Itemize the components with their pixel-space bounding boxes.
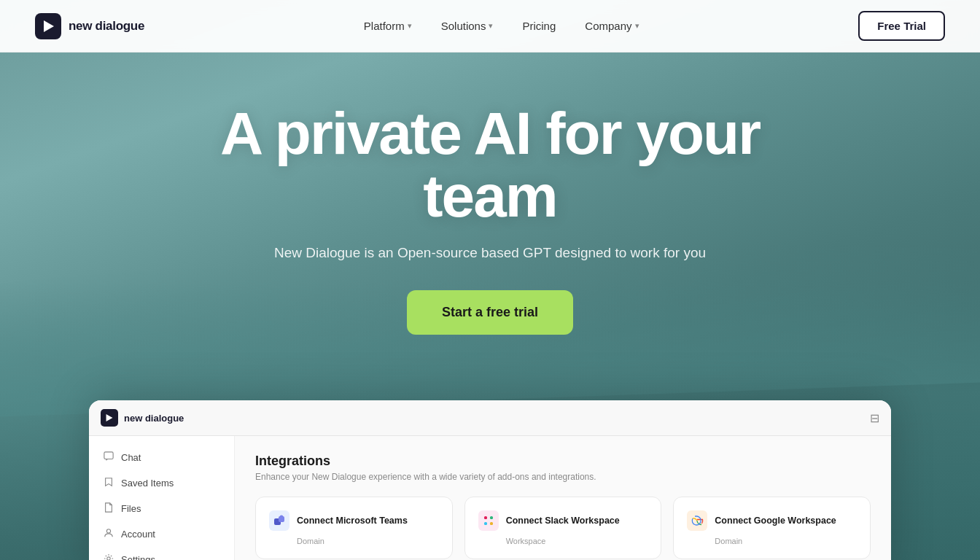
app-mockup: new dialogue ⊟ Chat Saved Items <box>89 400 891 560</box>
nav-company[interactable]: Company ▾ <box>573 14 650 38</box>
svg-rect-2 <box>104 452 113 459</box>
integrations-heading: Integrations <box>255 454 871 469</box>
sidebar-item-account[interactable]: Account <box>89 521 234 547</box>
logo[interactable]: new dialogue <box>35 13 144 39</box>
mockup-titlebar: new dialogue ⊟ <box>89 400 891 436</box>
integration-cards-grid: Connect Microsoft Teams Domain <box>255 497 871 559</box>
logo-text: new dialogue <box>69 19 144 34</box>
free-trial-button[interactable]: Free Trial <box>858 11 945 41</box>
mockup-logo-icon <box>101 409 118 427</box>
slack-card-title: Connect Slack Workspace <box>506 516 620 526</box>
logo-icon <box>35 13 61 39</box>
sidebar-item-settings[interactable]: Settings <box>89 547 234 560</box>
card-header-slack: Connect Slack Workspace <box>478 510 648 531</box>
hero-title: A private AI for your team <box>162 102 818 228</box>
integrations-description: Enhance your New Dialogue experience wit… <box>255 472 871 482</box>
integration-card-google[interactable]: Connect Google Workspace Domain <box>673 497 871 559</box>
teams-card-label: Domain <box>269 537 439 545</box>
file-icon <box>104 502 114 515</box>
svg-rect-8 <box>484 516 487 519</box>
svg-rect-11 <box>490 522 493 525</box>
nav-links: Platform ▾ Solutions ▾ Pricing Company ▾ <box>352 14 651 38</box>
chevron-down-icon: ▾ <box>635 21 639 31</box>
sidebar-item-files[interactable]: Files <box>89 496 234 521</box>
nav-solutions[interactable]: Solutions ▾ <box>429 14 505 38</box>
mockup-sidebar: Chat Saved Items Files <box>89 436 235 560</box>
teams-icon <box>269 510 289 531</box>
card-header-google: Connect Google Workspace <box>687 510 857 531</box>
svg-rect-9 <box>484 522 487 525</box>
mockup-logo: new dialogue <box>101 409 184 427</box>
google-card-label: Domain <box>687 537 857 545</box>
slack-icon <box>478 510 499 531</box>
teams-card-title: Connect Microsoft Teams <box>297 516 408 526</box>
hero-section: A private AI for your team New Dialogue … <box>0 0 980 560</box>
svg-point-4 <box>107 557 110 560</box>
svg-marker-1 <box>106 414 113 421</box>
sidebar-item-chat[interactable]: Chat <box>89 445 234 470</box>
sidebar-item-saved[interactable]: Saved Items <box>89 470 234 496</box>
nav-platform[interactable]: Platform ▾ <box>352 14 424 38</box>
mockup-toggle-icon[interactable]: ⊟ <box>870 411 879 425</box>
svg-marker-0 <box>44 20 54 32</box>
chat-icon <box>104 451 114 464</box>
svg-point-7 <box>280 516 284 519</box>
google-card-title: Connect Google Workspace <box>715 516 836 526</box>
integration-card-teams[interactable]: Connect Microsoft Teams Domain <box>255 497 453 559</box>
mockup-body: Chat Saved Items Files <box>89 436 891 560</box>
settings-icon <box>104 553 114 560</box>
chevron-down-icon: ▾ <box>408 21 412 31</box>
google-icon <box>687 510 707 531</box>
chevron-down-icon: ▾ <box>489 21 493 31</box>
svg-point-3 <box>106 529 110 533</box>
navbar: new dialogue Platform ▾ Solutions ▾ Pric… <box>0 0 980 52</box>
svg-rect-10 <box>490 516 493 519</box>
hero-subtitle: New Dialogue is an Open-source based GPT… <box>274 245 706 261</box>
mockup-main-content: Integrations Enhance your New Dialogue e… <box>235 436 891 560</box>
nav-pricing[interactable]: Pricing <box>510 14 567 38</box>
card-header-teams: Connect Microsoft Teams <box>269 510 439 531</box>
bookmark-icon <box>104 477 114 489</box>
hero-cta-button[interactable]: Start a free trial <box>407 290 573 335</box>
user-icon <box>104 528 114 540</box>
slack-card-label: Workspace <box>478 537 648 545</box>
mockup-logo-text: new dialogue <box>124 413 184 424</box>
integration-card-slack[interactable]: Connect Slack Workspace Workspace <box>464 497 662 559</box>
